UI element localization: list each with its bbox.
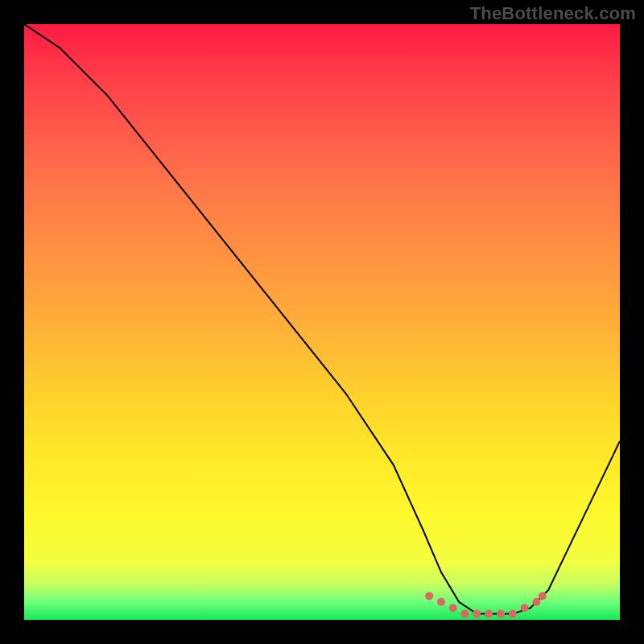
valley-marker-dot [485,610,493,618]
chart-container: TheBottleneck.com [0,0,644,644]
valley-marker-dot [473,610,481,618]
valley-marker-dot [539,592,547,600]
bottleneck-curve-line [24,24,620,614]
plot-area [24,24,620,620]
valley-marker-dot [425,592,433,600]
valley-markers [425,592,547,617]
valley-marker-dot [449,604,457,612]
valley-marker-dot [521,604,529,612]
valley-marker-dot [509,610,517,618]
valley-marker-dot [497,610,505,618]
valley-marker-dot [461,610,469,618]
valley-marker-dot [437,598,445,606]
watermark-text: TheBottleneck.com [470,3,636,24]
curve-svg [24,24,620,620]
valley-marker-dot [532,598,540,606]
